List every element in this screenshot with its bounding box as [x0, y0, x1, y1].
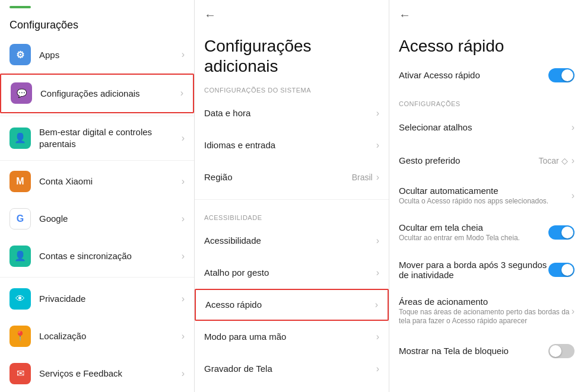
middle-back-arrow[interactable]: ← — [195, 0, 389, 27]
middle-divider — [195, 199, 389, 200]
divider-1 — [0, 116, 194, 116]
acessibilidade-item-label: Acessibilidade — [204, 235, 376, 247]
localizacao-label: Localização — [39, 330, 182, 342]
right-back-arrow[interactable]: ← — [389, 0, 584, 27]
google-icon: G — [9, 208, 31, 230]
middle-panel: ← Configurações adicionais CONFIGURAÇÕES… — [195, 0, 389, 392]
ocultar-automaticamente-label: Ocultar automaticamente — [399, 186, 572, 196]
right-item-mostrar-tela-bloqueio[interactable]: Mostrar na Tela de bloqueio — [389, 334, 584, 368]
selecionar-atalhos-label: Selecionar atalhos — [399, 122, 572, 132]
bem-estar-label: Bem-estar digital e controles parentais — [39, 126, 182, 149]
selecionar-atalhos-chevron: › — [572, 122, 575, 133]
sidebar-item-privacidade[interactable]: 👁 Privacidade › — [0, 280, 194, 317]
right-panel-title: Acesso rápido — [389, 27, 584, 59]
privacidade-label: Privacidade — [39, 293, 182, 305]
middle-panel-title: Configurações adicionais — [195, 27, 389, 78]
data-hora-label: Data e hora — [204, 107, 376, 119]
ocultar-tela-cheia-sublabel: Ocultar ao entrar em Modo Tela cheia. — [399, 234, 548, 243]
regiao-label: Região — [204, 171, 352, 183]
sidebar-item-servicos-feedback[interactable]: ✉ Serviços e Feedback › — [0, 355, 194, 392]
right-item-ocultar-tela-cheia[interactable]: Ocultar em tela cheia Ocultar ao entrar … — [389, 214, 584, 251]
right-item-areas-acionamento[interactable]: Áreas de acionamento Toque nas áreas de … — [389, 288, 584, 334]
gesto-preferido-label: Gesto preferido — [399, 155, 539, 165]
ocultar-tela-cheia-toggle[interactable] — [548, 225, 575, 240]
ativar-acesso-rapido-toggle[interactable] — [548, 68, 575, 82]
google-chevron: › — [182, 213, 185, 224]
modo-uma-mao-chevron: › — [376, 332, 379, 342]
right-item-mover-borda[interactable]: Mover para a borda após 3 segundos de in… — [389, 251, 584, 288]
atalho-gesto-label: Atalho por gesto — [204, 267, 376, 279]
middle-item-regiao[interactable]: Região Brasil › — [195, 161, 389, 193]
sidebar-item-contas-sincronizacao[interactable]: 👤 Contas e sincronização › — [0, 237, 194, 275]
sidebar-item-apps[interactable]: ⚙ Apps › — [0, 36, 194, 74]
middle-item-atalho-gesto[interactable]: Atalho por gesto › — [195, 257, 389, 289]
right-item-gesto-preferido[interactable]: Gesto preferido Tocar ◇ › — [389, 144, 584, 177]
ativar-acesso-rapido-label: Ativar Acesso rápido — [399, 70, 548, 80]
middle-item-acesso-rapido[interactable]: Acesso rápido › — [195, 289, 389, 321]
right-item-ocultar-automaticamente[interactable]: Ocultar automaticamente Oculta o Acesso … — [389, 177, 584, 215]
middle-item-modo-uma-mao[interactable]: Modo para uma mão › — [195, 321, 389, 353]
gesto-preferido-value: Tocar ◇ — [539, 156, 568, 165]
conta-xiaomi-icon: M — [9, 171, 31, 192]
gravador-tela-label: Gravador de Tela — [204, 363, 376, 375]
divider-2 — [0, 160, 194, 161]
divider-3 — [0, 277, 194, 278]
middle-item-data-hora[interactable]: Data e hora › — [195, 97, 389, 129]
green-bar — [9, 6, 31, 8]
left-panel: Configurações ⚙ Apps › 💬 Configurações a… — [0, 0, 195, 392]
ocultar-tela-cheia-label: Ocultar em tela cheia — [399, 222, 548, 232]
mostrar-tela-bloqueio-toggle[interactable] — [548, 344, 575, 358]
privacidade-icon: 👁 — [9, 288, 31, 310]
regiao-chevron: › — [376, 172, 379, 183]
conta-xiaomi-chevron: › — [182, 176, 185, 187]
acesso-rapido-chevron: › — [375, 299, 378, 310]
google-label: Google — [39, 213, 182, 225]
mover-borda-toggle[interactable] — [548, 263, 575, 277]
left-panel-title: Configurações — [0, 11, 194, 36]
section-configuracoes-sistema: CONFIGURAÇÕES DO SISTEMA — [195, 78, 389, 97]
ocultar-automaticamente-sublabel: Oculta o Acesso rápido nos apps selecion… — [399, 197, 572, 206]
ocultar-automaticamente-chevron: › — [572, 190, 575, 201]
sidebar-item-localizacao[interactable]: 📍 Localização › — [0, 317, 194, 355]
localizacao-chevron: › — [182, 331, 185, 342]
servicos-feedback-icon: ✉ — [9, 363, 31, 384]
regiao-value: Brasil — [352, 173, 373, 182]
sidebar-item-google[interactable]: G Google › — [0, 200, 194, 237]
configuracoes-adicionais-icon: 💬 — [11, 82, 32, 104]
modo-uma-mao-label: Modo para uma mão — [204, 331, 376, 343]
contas-sincronizacao-icon: 👤 — [9, 246, 31, 267]
right-item-ativar-acesso-rapido[interactable]: Ativar Acesso rápido — [389, 59, 584, 92]
apps-icon: ⚙ — [9, 44, 31, 65]
areas-acionamento-sublabel: Toque nas áreas de acionamento perto das… — [399, 308, 572, 326]
middle-item-acessibilidade[interactable]: Acessibilidade › — [195, 225, 389, 257]
sidebar-item-configuracoes-adicionais[interactable]: 💬 Configurações adicionais › — [0, 74, 194, 113]
configuracoes-adicionais-chevron: › — [180, 88, 183, 98]
privacidade-chevron: › — [182, 294, 185, 304]
sidebar-item-conta-xiaomi[interactable]: M Conta Xiaomi › — [0, 162, 194, 200]
gravador-tela-chevron: › — [376, 364, 379, 374]
gesto-preferido-chevron: › — [572, 155, 575, 166]
servicos-feedback-chevron: › — [182, 368, 185, 379]
sidebar-item-bem-estar[interactable]: 👤 Bem-estar digital e controles parentai… — [0, 119, 194, 158]
mover-borda-label: Mover para a borda após 3 segundos de in… — [399, 260, 548, 280]
servicos-feedback-label: Serviços e Feedback — [39, 368, 182, 380]
contas-sincronizacao-chevron: › — [182, 251, 185, 262]
data-hora-chevron: › — [376, 108, 379, 119]
right-item-selecionar-atalhos[interactable]: Selecionar atalhos › — [389, 111, 584, 144]
areas-acionamento-label: Áreas de acionamento — [399, 297, 572, 307]
apps-chevron: › — [182, 49, 185, 60]
right-section-configuracoes: CONFIGURAÇÕES — [389, 92, 584, 111]
right-panel: ← Acesso rápido Ativar Acesso rápido CON… — [389, 0, 584, 392]
bem-estar-chevron: › — [182, 133, 185, 144]
idiomas-entrada-chevron: › — [376, 140, 379, 151]
idiomas-entrada-label: Idiomas e entrada — [204, 139, 376, 151]
localizacao-icon: 📍 — [9, 326, 31, 347]
areas-acionamento-chevron: › — [572, 306, 575, 317]
middle-item-gravador-tela[interactable]: Gravador de Tela › — [195, 353, 389, 385]
bem-estar-icon: 👤 — [9, 128, 31, 149]
configuracoes-adicionais-label: Configurações adicionais — [40, 88, 180, 100]
apps-label: Apps — [39, 49, 182, 61]
mostrar-tela-bloqueio-label: Mostrar na Tela de bloqueio — [399, 346, 548, 356]
acesso-rapido-label: Acesso rápido — [205, 299, 375, 311]
middle-item-idiomas-entrada[interactable]: Idiomas e entrada › — [195, 129, 389, 161]
